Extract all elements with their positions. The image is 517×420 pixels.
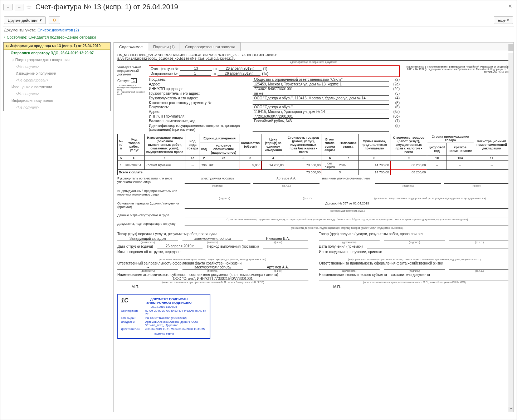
rc-title: Товар (груз) получил / услуги, результат… (319, 232, 510, 236)
sig-name1: Артемов А.А. (253, 177, 319, 184)
sig-ind: Индивидуальный предприниматель или иное … (117, 189, 182, 196)
scroll-down-icon[interactable]: ▾ (508, 407, 513, 412)
tree-confirm-date[interactable]: ⊖ Подтверждение даты получения (4, 56, 110, 63)
items-table: № п/пКод товара/ работ, услугНаименовани… (117, 134, 510, 175)
sig-blank1 (375, 177, 441, 184)
sig-head2: или иное уполномоченное лицо (322, 177, 372, 184)
field-row: Идентификатор государственного контракта… (149, 124, 400, 132)
tree-sent[interactable]: Отправлен оператору ЭДО, 26.04.2019 13:2… (4, 50, 110, 56)
sf-date: 26 апреля 2019 г. (219, 66, 262, 71)
tree-buyer-info[interactable]: Информация покупателя (4, 97, 110, 104)
close-icon[interactable]: ✕ (508, 3, 512, 9)
field-row: ИНН/КПП покупателя:7729163630/772901001(… (149, 114, 400, 119)
docs-label: Документы учета: (4, 28, 36, 32)
isp-num: 1 (179, 71, 211, 76)
univ-label: Универсальный передаточный документ (117, 65, 146, 76)
sig-head1: Руководитель организации или иное уполно… (117, 177, 182, 184)
field-row: Грузополучатель и его адрес:ООО "Одежда … (149, 96, 400, 100)
field-row: ИНН/КПП продавца:7733021540/773301001(2б… (149, 87, 400, 91)
sf-num: 13 (180, 66, 212, 71)
window-title: Счет-фактура № 13 (испр. 1) от 26.04.201… (35, 3, 178, 11)
tab-content[interactable]: Содержимое (114, 43, 148, 51)
confirm-label: Документы, подтверждающие отгрузку (117, 222, 182, 226)
sf-label: Счет-фактура № (151, 67, 179, 71)
basis-val: Договор № 357 от 01.04.2019 (185, 202, 510, 209)
isp-ref: (1а) (262, 72, 268, 76)
basis-label: Основание передачи (сдачи) / получения (… (117, 202, 182, 209)
sig-ep1: электронная подпись (185, 177, 250, 184)
tab-signatures[interactable]: Подписи (1) (148, 43, 180, 51)
docs-link[interactable]: Список документов (2) (38, 28, 79, 32)
tree-not-received3: <Не получен> (4, 104, 110, 111)
appendix: Приложение № 1 к постановлению Правитель… (403, 65, 510, 132)
back-button[interactable]: ← (3, 4, 13, 10)
sf-ot: от (214, 67, 217, 71)
tree-seller-info[interactable]: ⊖ Информация продавца № 13 (испр. 1) от … (4, 43, 110, 50)
field-row: Адрес:125459, Москва г, Туристская ул, д… (149, 82, 400, 87)
id-label: идентификатор электронного документа (117, 61, 510, 63)
isp-label: Исправление № (151, 72, 177, 76)
field-row: Продавец:Общество с ограниченной ответст… (149, 78, 400, 82)
chevron-down-icon: ▾ (40, 18, 42, 23)
tree-not-received2: <Не получен> (4, 90, 110, 97)
lc-title: Товар (груз) передал / услуги, результат… (117, 232, 308, 236)
field-row: К платежно-расчетному документу №(5) (149, 101, 400, 105)
field-row: Адрес:119415, Москва г, Удальцова ул, до… (149, 110, 400, 114)
status-label: Статус: (117, 79, 130, 83)
field-row: Валюта: наименование, кодРоссийский рубл… (149, 119, 400, 123)
chevron-down-icon: ▾ (507, 18, 509, 23)
state-row[interactable]: Состояние: Ожидается подтверждение отпра… (3, 34, 514, 41)
invoice-header-box: Счет-фактура № 13 от 26 апреля 2019 г. (… (149, 65, 400, 77)
status-help2: 2 – передаточный документ (акт) (117, 91, 146, 95)
status-value: 1 (131, 78, 137, 83)
trans-label: Данные о транспортировке и грузе (117, 213, 182, 217)
status-help1: 1 – счет-фактура и передаточный документ… (117, 84, 146, 91)
status-tree: ⊖ Информация продавца № 13 (испр. 1) от … (3, 42, 111, 111)
id-line2: BAA-F241A5260682-00001_20190426_49cb3186… (117, 57, 510, 61)
sig-blank2 (444, 177, 510, 184)
sf-ref: (1) (263, 67, 267, 71)
scrollbar-thumb[interactable] (508, 44, 513, 51)
tab-note[interactable]: Сопроводительная записка (180, 43, 240, 51)
forward-button[interactable]: → (15, 4, 24, 10)
field-row: Покупатель:ООО "Одежда и обувь"(6) (149, 105, 400, 109)
attachments-button[interactable]: ⚙ (49, 16, 60, 24)
other-actions-button[interactable]: Другие действия ▾ (4, 16, 46, 24)
tree-not-formed: <Не сформирован> (4, 77, 110, 84)
tree-receipt-notice[interactable]: Извещение о получении (4, 70, 110, 77)
isp-ot: от (213, 72, 216, 76)
id-line1: ON_NSCHFDOPPR_2AL-A7303297-E6CA-4BD6-A73… (117, 53, 510, 57)
star-icon[interactable]: ☆ (26, 3, 32, 11)
total-row: Всего к оплате 73 500,00Х 14 700,0088 20… (118, 170, 510, 175)
more-button[interactable]: Еще ▾ (494, 16, 513, 24)
tree-receipt-notice2[interactable]: Извещение о получении (4, 84, 110, 90)
field-row: Грузоотправитель и его адрес:он же(3) (149, 92, 400, 96)
tree-not-received: <Не получен> (4, 63, 110, 70)
isp-date: 26 апреля 2019 г. (218, 71, 260, 76)
table-row: 1КШ-289/54Костюм мужской --796шт 5,00014… (118, 161, 510, 170)
signature-stamp: 1C ДОКУМЕНТ ПОДПИСАН ЭЛЕКТРОННОЙ ПОДПИСЬ… (117, 294, 210, 339)
scrollbar-v[interactable] (508, 53, 513, 412)
